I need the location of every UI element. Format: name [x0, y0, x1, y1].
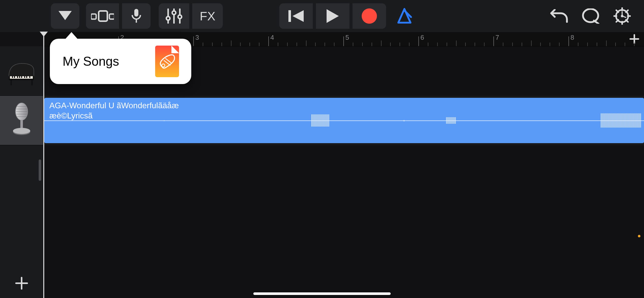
plus-icon [14, 276, 29, 290]
svg-marker-14 [327, 9, 339, 23]
track-controls-button[interactable] [159, 3, 189, 29]
svg-point-15 [362, 8, 377, 24]
svg-point-18 [583, 9, 598, 22]
top-toolbar: FX [0, 0, 644, 32]
settings-gear-icon [613, 7, 631, 25]
track-view-button[interactable] [86, 3, 119, 29]
audio-region[interactable]: AGA-Wonderful U ãWonderfulãäåæ æè©Lyrics… [44, 98, 644, 143]
svg-rect-45 [31, 80, 33, 85]
svg-line-31 [622, 16, 626, 18]
fx-button[interactable]: FX [192, 3, 223, 29]
ruler-bar-number: 6 [420, 34, 424, 42]
settings-button[interactable] [608, 3, 636, 29]
ruler-bar-number: 5 [345, 34, 349, 42]
svg-rect-41 [24, 76, 25, 78]
svg-rect-2 [99, 11, 107, 21]
loop-browser-button[interactable] [576, 3, 605, 29]
home-indicator [253, 292, 391, 295]
rewind-button[interactable] [279, 3, 313, 29]
undo-icon [550, 9, 568, 23]
record-icon [362, 8, 377, 24]
region-label: AGA-Wonderful U ãWonderfulãäåæ æè©Lyrics… [49, 100, 179, 121]
microphone-icon [131, 8, 142, 24]
svg-line-25 [616, 10, 618, 12]
svg-line-19 [594, 21, 598, 24]
metronome-button[interactable] [390, 3, 419, 29]
svg-rect-52 [20, 120, 23, 128]
svg-line-28 [616, 20, 618, 22]
timeline-area[interactable]: AGA-Wonderful U ãWonderfulãäåæ æè©Lyrics… [44, 46, 644, 298]
add-track-button[interactable] [0, 276, 43, 290]
svg-rect-37 [14, 76, 15, 78]
garageband-doc-icon [155, 46, 179, 77]
svg-point-11 [178, 15, 182, 19]
track-view-icon [91, 9, 114, 23]
svg-point-57 [162, 64, 165, 67]
popover-label: My Songs [63, 54, 155, 69]
svg-marker-0 [58, 11, 72, 20]
svg-rect-40 [21, 76, 22, 78]
metronome-icon [396, 8, 413, 24]
svg-point-7 [166, 17, 170, 20]
svg-line-26 [626, 20, 628, 22]
play-button[interactable] [316, 3, 349, 29]
svg-marker-13 [292, 10, 304, 22]
track-header-column [0, 46, 43, 298]
ruler-bar-number: 3 [195, 34, 199, 42]
svg-line-27 [626, 10, 628, 12]
track-lane-mic[interactable]: AGA-Wonderful U ãWonderfulãäåæ æè©Lyrics… [44, 96, 644, 145]
ruler-bar-number: 8 [570, 34, 574, 42]
svg-point-54 [13, 128, 30, 134]
svg-rect-1 [91, 14, 96, 19]
grand-piano-icon [6, 56, 37, 86]
svg-rect-3 [109, 14, 114, 19]
svg-point-9 [172, 11, 176, 15]
playhead[interactable] [43, 32, 44, 298]
rewind-icon [288, 10, 304, 22]
undo-button[interactable] [545, 3, 573, 29]
waveform [44, 120, 644, 121]
play-icon [327, 9, 339, 23]
sliders-icon [166, 8, 182, 24]
track-header-mic[interactable] [0, 96, 43, 145]
svg-rect-39 [19, 76, 20, 78]
svg-rect-43 [29, 76, 30, 78]
nav-menu-button[interactable] [51, 3, 79, 29]
my-songs-popover[interactable]: My Songs [50, 39, 191, 84]
svg-rect-12 [288, 10, 291, 22]
studio-mic-icon [8, 101, 36, 140]
track-header-piano[interactable] [0, 46, 43, 96]
ruler-bar-number: 7 [495, 34, 499, 42]
svg-rect-38 [17, 76, 18, 78]
mic-input-button[interactable] [122, 3, 151, 29]
record-button[interactable] [353, 3, 386, 29]
end-marker[interactable] [638, 235, 640, 237]
menu-triangle-icon [58, 11, 72, 21]
loop-browser-icon [582, 8, 599, 24]
svg-rect-36 [12, 76, 13, 78]
svg-rect-4 [134, 9, 138, 17]
svg-rect-42 [26, 76, 27, 78]
fx-label: FX [200, 9, 215, 23]
track-scroll-indicator[interactable] [39, 159, 41, 181]
svg-rect-44 [10, 80, 12, 85]
ruler-bar-number: 4 [270, 34, 274, 42]
